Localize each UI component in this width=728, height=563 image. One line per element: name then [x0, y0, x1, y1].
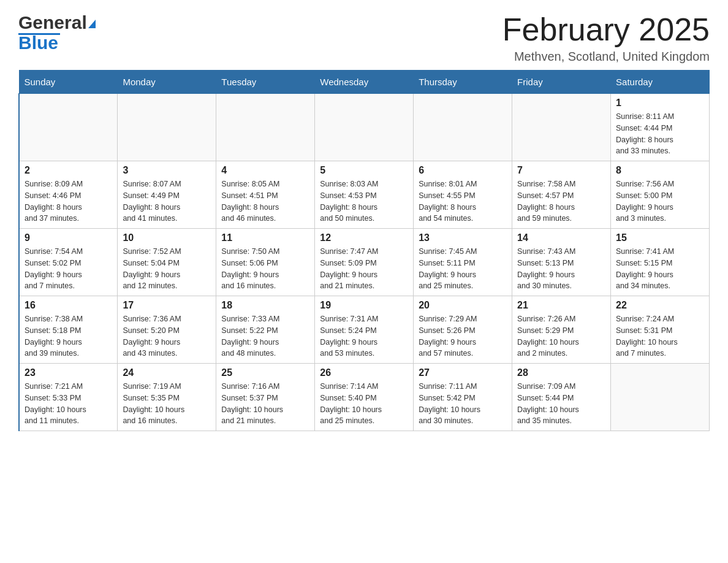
calendar-day-cell — [611, 364, 710, 431]
day-info: Sunrise: 7:21 AMSunset: 5:33 PMDaylight:… — [25, 381, 112, 427]
day-number: 1 — [616, 98, 704, 109]
calendar-week-row: 9Sunrise: 7:54 AMSunset: 5:02 PMDaylight… — [19, 229, 710, 296]
day-number: 11 — [221, 232, 309, 243]
calendar-day-cell: 9Sunrise: 7:54 AMSunset: 5:02 PMDaylight… — [19, 229, 118, 296]
day-number: 18 — [221, 300, 309, 311]
day-number: 22 — [616, 300, 704, 311]
day-number: 3 — [123, 165, 211, 176]
calendar-day-cell: 4Sunrise: 8:05 AMSunset: 4:51 PMDaylight… — [216, 161, 315, 229]
day-info: Sunrise: 7:09 AMSunset: 5:44 PMDaylight:… — [517, 381, 605, 427]
calendar-day-cell: 3Sunrise: 8:07 AMSunset: 4:49 PMDaylight… — [118, 161, 216, 229]
calendar-day-cell: 6Sunrise: 8:01 AMSunset: 4:55 PMDaylight… — [414, 161, 512, 229]
day-info: Sunrise: 7:41 AMSunset: 5:15 PMDaylight:… — [616, 246, 704, 292]
logo-general-text: General — [18, 12, 87, 33]
day-info: Sunrise: 7:56 AMSunset: 5:00 PMDaylight:… — [616, 178, 704, 224]
calendar-day-cell: 26Sunrise: 7:14 AMSunset: 5:40 PMDayligh… — [315, 364, 414, 431]
day-info: Sunrise: 7:58 AMSunset: 4:57 PMDaylight:… — [517, 178, 605, 224]
logo: General Blue — [18, 12, 96, 53]
day-number: 19 — [320, 300, 408, 311]
calendar-day-cell: 22Sunrise: 7:24 AMSunset: 5:31 PMDayligh… — [611, 296, 710, 364]
calendar-day-cell: 2Sunrise: 8:09 AMSunset: 4:46 PMDaylight… — [19, 161, 118, 229]
day-number: 6 — [419, 165, 507, 176]
day-info: Sunrise: 7:16 AMSunset: 5:37 PMDaylight:… — [221, 381, 309, 427]
day-info: Sunrise: 8:09 AMSunset: 4:46 PMDaylight:… — [25, 178, 112, 224]
day-info: Sunrise: 8:03 AMSunset: 4:53 PMDaylight:… — [320, 178, 408, 224]
calendar-day-cell — [118, 94, 216, 161]
calendar-day-cell: 16Sunrise: 7:38 AMSunset: 5:18 PMDayligh… — [19, 296, 118, 364]
day-number: 21 — [517, 300, 605, 311]
day-of-week-header: Sunday — [19, 71, 118, 94]
day-info: Sunrise: 7:31 AMSunset: 5:24 PMDaylight:… — [320, 313, 408, 359]
day-info: Sunrise: 8:01 AMSunset: 4:55 PMDaylight:… — [419, 178, 507, 224]
calendar-week-row: 16Sunrise: 7:38 AMSunset: 5:18 PMDayligh… — [19, 296, 710, 364]
day-of-week-header: Saturday — [611, 71, 710, 94]
calendar-day-cell: 17Sunrise: 7:36 AMSunset: 5:20 PMDayligh… — [118, 296, 216, 364]
calendar-day-cell: 8Sunrise: 7:56 AMSunset: 5:00 PMDaylight… — [611, 161, 710, 229]
day-of-week-header: Monday — [118, 71, 216, 94]
day-info: Sunrise: 7:36 AMSunset: 5:20 PMDaylight:… — [123, 313, 211, 359]
day-info: Sunrise: 7:14 AMSunset: 5:40 PMDaylight:… — [320, 381, 408, 427]
day-info: Sunrise: 7:19 AMSunset: 5:35 PMDaylight:… — [123, 381, 211, 427]
day-info: Sunrise: 7:11 AMSunset: 5:42 PMDaylight:… — [419, 381, 507, 427]
day-number: 5 — [320, 165, 408, 176]
title-block: February 2025 Methven, Scotland, United … — [502, 12, 710, 64]
calendar-week-row: 23Sunrise: 7:21 AMSunset: 5:33 PMDayligh… — [19, 364, 710, 431]
day-of-week-header: Friday — [512, 71, 611, 94]
calendar-day-cell — [315, 94, 414, 161]
calendar-day-cell: 7Sunrise: 7:58 AMSunset: 4:57 PMDaylight… — [512, 161, 611, 229]
day-number: 9 — [25, 232, 112, 243]
day-number: 8 — [616, 165, 704, 176]
calendar-body: 1Sunrise: 8:11 AMSunset: 4:44 PMDaylight… — [19, 94, 710, 431]
logo-blue-text: Blue — [18, 33, 96, 53]
calendar-day-cell — [19, 94, 118, 161]
calendar-day-cell: 5Sunrise: 8:03 AMSunset: 4:53 PMDaylight… — [315, 161, 414, 229]
day-info: Sunrise: 7:47 AMSunset: 5:09 PMDaylight:… — [320, 246, 408, 292]
calendar-header: SundayMondayTuesdayWednesdayThursdayFrid… — [19, 71, 710, 94]
logo-triangle-icon — [88, 20, 96, 28]
calendar-day-cell — [216, 94, 315, 161]
day-number: 16 — [25, 300, 112, 311]
day-info: Sunrise: 7:29 AMSunset: 5:26 PMDaylight:… — [419, 313, 507, 359]
day-info: Sunrise: 7:26 AMSunset: 5:29 PMDaylight:… — [517, 313, 605, 359]
day-number: 10 — [123, 232, 211, 243]
day-number: 26 — [320, 367, 408, 378]
calendar-day-cell: 11Sunrise: 7:50 AMSunset: 5:06 PMDayligh… — [216, 229, 315, 296]
calendar-day-cell: 23Sunrise: 7:21 AMSunset: 5:33 PMDayligh… — [19, 364, 118, 431]
day-info: Sunrise: 8:11 AMSunset: 4:44 PMDaylight:… — [616, 111, 704, 157]
day-info: Sunrise: 8:07 AMSunset: 4:49 PMDaylight:… — [123, 178, 211, 224]
calendar-day-cell — [414, 94, 512, 161]
month-title: February 2025 — [502, 12, 710, 47]
calendar-day-cell: 13Sunrise: 7:45 AMSunset: 5:11 PMDayligh… — [414, 229, 512, 296]
calendar-day-cell: 12Sunrise: 7:47 AMSunset: 5:09 PMDayligh… — [315, 229, 414, 296]
calendar-day-cell: 15Sunrise: 7:41 AMSunset: 5:15 PMDayligh… — [611, 229, 710, 296]
calendar-day-cell: 19Sunrise: 7:31 AMSunset: 5:24 PMDayligh… — [315, 296, 414, 364]
calendar-day-cell: 27Sunrise: 7:11 AMSunset: 5:42 PMDayligh… — [414, 364, 512, 431]
day-info: Sunrise: 8:05 AMSunset: 4:51 PMDaylight:… — [221, 178, 309, 224]
day-number: 17 — [123, 300, 211, 311]
calendar-week-row: 1Sunrise: 8:11 AMSunset: 4:44 PMDaylight… — [19, 94, 710, 161]
calendar-table: SundayMondayTuesdayWednesdayThursdayFrid… — [18, 70, 710, 431]
day-number: 28 — [517, 367, 605, 378]
day-number: 13 — [419, 232, 507, 243]
day-number: 12 — [320, 232, 408, 243]
day-info: Sunrise: 7:24 AMSunset: 5:31 PMDaylight:… — [616, 313, 704, 359]
logo-arrow — [88, 20, 96, 28]
day-info: Sunrise: 7:52 AMSunset: 5:04 PMDaylight:… — [123, 246, 211, 292]
calendar-day-cell: 10Sunrise: 7:52 AMSunset: 5:04 PMDayligh… — [118, 229, 216, 296]
day-info: Sunrise: 7:38 AMSunset: 5:18 PMDaylight:… — [25, 313, 112, 359]
calendar-day-cell: 25Sunrise: 7:16 AMSunset: 5:37 PMDayligh… — [216, 364, 315, 431]
day-number: 24 — [123, 367, 211, 378]
day-of-week-header: Tuesday — [216, 71, 315, 94]
day-of-week-header: Wednesday — [315, 71, 414, 94]
calendar-week-row: 2Sunrise: 8:09 AMSunset: 4:46 PMDaylight… — [19, 161, 710, 229]
day-number: 7 — [517, 165, 605, 176]
calendar-day-cell: 20Sunrise: 7:29 AMSunset: 5:26 PMDayligh… — [414, 296, 512, 364]
calendar-day-cell: 1Sunrise: 8:11 AMSunset: 4:44 PMDaylight… — [611, 94, 710, 161]
day-number: 4 — [221, 165, 309, 176]
day-number: 23 — [25, 367, 112, 378]
day-number: 27 — [419, 367, 507, 378]
day-header-row: SundayMondayTuesdayWednesdayThursdayFrid… — [19, 71, 710, 94]
calendar-day-cell: 28Sunrise: 7:09 AMSunset: 5:44 PMDayligh… — [512, 364, 611, 431]
day-of-week-header: Thursday — [414, 71, 512, 94]
day-info: Sunrise: 7:54 AMSunset: 5:02 PMDaylight:… — [25, 246, 112, 292]
